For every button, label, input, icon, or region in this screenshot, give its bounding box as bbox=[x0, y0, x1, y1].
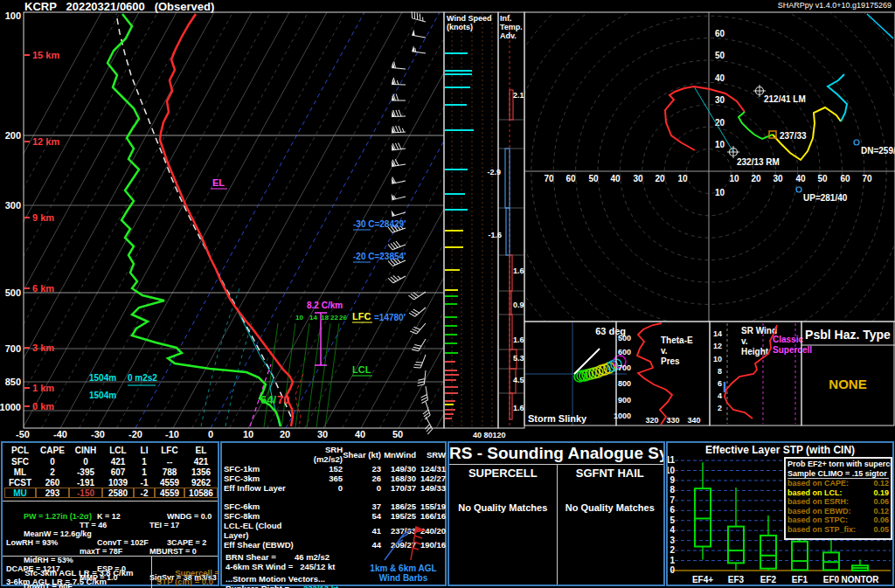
srwind-curve bbox=[725, 325, 777, 419]
adv-title1: Inf. bbox=[500, 14, 512, 23]
inflow-bottom-label: 1504m bbox=[89, 391, 116, 400]
thetae-panel[interactable]: 5006007008009001000320330340 Theta-E v. … bbox=[614, 322, 710, 425]
sars-title: RS - Sounding Analogue Sys bbox=[449, 444, 663, 465]
sars-supercell-column[interactable]: SUPERCELL No Quality Matches bbox=[449, 464, 557, 585]
stp-box-EF4+ bbox=[695, 462, 711, 559]
pressure-gridlines bbox=[24, 135, 444, 411]
svg-text:0: 0 bbox=[670, 565, 675, 575]
hodo-motion-line bbox=[694, 86, 733, 152]
kin-row: SFC-3km36526168/30142/27 bbox=[224, 474, 446, 483]
svg-text:10: 10 bbox=[715, 188, 725, 197]
sars-inset[interactable]: RS - Sounding Analogue Sys SUPERCELL No … bbox=[448, 441, 665, 586]
svg-text:600: 600 bbox=[618, 348, 631, 356]
svg-text:-50: -50 bbox=[16, 429, 30, 439]
stp-legend: Prob EF2+ torn with supercell Sample CLI… bbox=[784, 457, 892, 540]
svg-text:EF2: EF2 bbox=[760, 575, 777, 585]
svg-text:2: 2 bbox=[718, 404, 722, 412]
parcel-row-ml[interactable]: ML2-39560717881356 bbox=[4, 467, 218, 477]
lapse-rate-section: Sfc-3km AGL LR = 3.8 C/km3-6km AGL LR = … bbox=[3, 556, 218, 588]
height-axis-labels: 15 km12 km9 km6 km3 km1 km0 km bbox=[24, 50, 59, 412]
sars-supercell-result: No Quality Matches bbox=[449, 502, 557, 513]
svg-text:0.9: 0.9 bbox=[513, 301, 524, 309]
wind-speed-panel[interactable]: Wind Speed (knots) 40 80120 bbox=[444, 12, 506, 439]
wind-speed-gridlines bbox=[452, 14, 492, 427]
svg-text:12 km: 12 km bbox=[32, 136, 59, 147]
skewt-panel[interactable]: 1014182226 1002003005007008501000 15 km1… bbox=[0, 10, 665, 439]
svg-text:22: 22 bbox=[330, 314, 338, 322]
svg-text:10: 10 bbox=[668, 466, 675, 475]
lfc-value: =14780' bbox=[374, 313, 406, 322]
adv-title2: Temp. bbox=[500, 23, 523, 31]
storm-slinky-panel[interactable]: 63 deg Storm Slinky bbox=[524, 322, 627, 425]
svg-text:50: 50 bbox=[588, 174, 599, 183]
svg-text:-20: -20 bbox=[128, 429, 142, 439]
hodograph-panel[interactable]: 7060504030201010203040506070605040302010… bbox=[465, 0, 895, 415]
hodo-segment-green bbox=[739, 112, 773, 139]
svg-text:10: 10 bbox=[677, 174, 688, 183]
sars-hail-column[interactable]: SGFNT HAIL No Quality Matches bbox=[557, 464, 664, 585]
svg-text:EF1: EF1 bbox=[792, 575, 808, 585]
inflow-srh-label: 0 m2s2 bbox=[128, 373, 157, 383]
svg-text:18: 18 bbox=[321, 314, 329, 322]
svg-text:3: 3 bbox=[670, 536, 675, 545]
svg-text:1 km: 1 km bbox=[32, 383, 54, 393]
svg-text:11: 11 bbox=[668, 455, 675, 465]
parcel-row-mu-selected[interactable]: MU293-1502580-2455910586 bbox=[4, 488, 218, 498]
hodo-segment-red bbox=[665, 86, 745, 150]
red-6km-barb bbox=[411, 527, 424, 560]
bunkers-right: Bunkers Right = 232/13 kt bbox=[225, 585, 445, 588]
stp-prob-ebwd: based on EBWD:0.12 bbox=[787, 507, 889, 516]
svg-text:-1.6: -1.6 bbox=[488, 231, 502, 239]
kinematics-inset[interactable]: SRH (m2/s2)Shear (kt)MnWindSRW SFC-1km15… bbox=[220, 441, 447, 586]
wind-speed-bars bbox=[445, 52, 474, 419]
svg-text:12: 12 bbox=[713, 342, 722, 350]
svg-text:6 km: 6 km bbox=[32, 283, 54, 294]
svg-text:700: 700 bbox=[5, 343, 21, 354]
svg-text:700: 700 bbox=[618, 363, 631, 372]
sfc-temp-green: 64/ bbox=[260, 393, 276, 406]
svg-text:100: 100 bbox=[5, 10, 21, 21]
svg-text:1: 1 bbox=[670, 556, 675, 565]
svg-text:-40: -40 bbox=[53, 429, 67, 439]
hazard-panel[interactable]: Psbl Haz. Type NONE bbox=[801, 322, 895, 425]
svg-text:60: 60 bbox=[565, 174, 576, 183]
lapse-rates: Sfc-3km AGL LR = 3.8 C/km3-6km AGL LR = … bbox=[6, 559, 133, 588]
svg-text:40: 40 bbox=[610, 174, 621, 183]
svg-text:1.6: 1.6 bbox=[513, 266, 524, 275]
hodograph-rings bbox=[465, 0, 895, 415]
hodo-marker-label: 212/41 LM bbox=[764, 94, 806, 104]
svg-text:40: 40 bbox=[355, 429, 365, 439]
lcl-label: LCL bbox=[352, 364, 371, 375]
lfc-label: LFC bbox=[352, 311, 371, 322]
adv-panel-border bbox=[498, 12, 524, 428]
thermodynamics-inset[interactable]: PCLCAPE CINHLCL LILFC EL SFC004211--421 … bbox=[1, 441, 219, 586]
wind-panel-title1: Wind Speed bbox=[447, 14, 491, 23]
svg-text:2.1: 2.1 bbox=[513, 91, 524, 100]
temp-advection-panel[interactable]: 2.1-2.9-1.61.60.91.65.34.51.6 Inf. Temp.… bbox=[487, 12, 524, 428]
svg-text:7: 7 bbox=[670, 495, 675, 505]
svg-text:60: 60 bbox=[715, 29, 725, 38]
temperature-axis-labels: -50-40-30-20-1001020304050 bbox=[16, 429, 403, 439]
svg-text:14: 14 bbox=[713, 329, 722, 338]
hodo-corner-segment bbox=[867, 14, 893, 38]
svg-text:850: 850 bbox=[5, 377, 21, 387]
stp-inset[interactable]: Effective Layer STP (with CIN) 012345678… bbox=[666, 441, 894, 586]
svg-text:320: 320 bbox=[645, 416, 658, 425]
hazard-title: Psbl Haz. Type bbox=[805, 328, 891, 342]
isotherm-grid bbox=[0, 12, 665, 428]
upper-panels-canvas[interactable]: 1014182226 1002003005007008501000 15 km1… bbox=[0, 0, 895, 441]
minus20-label: -20 C=23854' bbox=[353, 252, 406, 261]
stp-box-NONTOR bbox=[852, 559, 868, 571]
parcel-row-sfc[interactable]: SFC004211--421 bbox=[4, 456, 218, 467]
svg-text:30: 30 bbox=[317, 429, 328, 439]
srwind-panel[interactable]: 1412108642 SR Wind v. Height Classic Sup… bbox=[710, 322, 812, 425]
parcel-row-fcst[interactable]: FCST260-1911039-145599262 bbox=[4, 477, 218, 488]
svg-text:50: 50 bbox=[392, 429, 403, 439]
svg-text:9 km: 9 km bbox=[32, 212, 54, 223]
srwind-title2: v. bbox=[741, 336, 748, 346]
svg-text:60: 60 bbox=[840, 174, 850, 183]
svg-text:20: 20 bbox=[751, 174, 761, 183]
adv-title3: Adv. bbox=[500, 31, 517, 40]
stp-prob-cape: based on CAPE:0.12 bbox=[787, 479, 889, 488]
svg-text:2: 2 bbox=[670, 545, 675, 555]
